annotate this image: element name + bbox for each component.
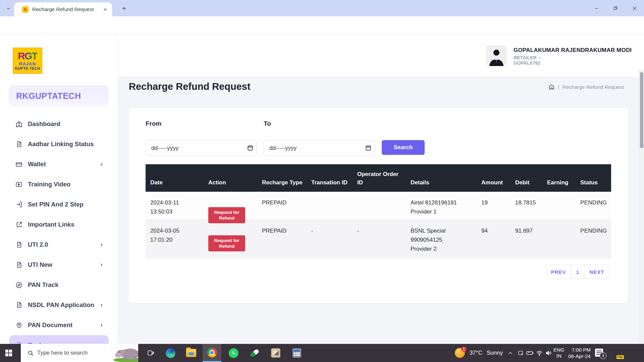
sidebar-item-important-links[interactable]: Important Links	[9, 215, 109, 235]
breadcrumb: / Recharge Refund Request	[548, 84, 624, 90]
copilot-pre-tag: PRE	[616, 355, 624, 359]
weather-temperature: 37°C	[470, 350, 482, 356]
refund-card: From To Search Date Action Recharge Type	[129, 108, 628, 303]
tray-device[interactable]	[516, 344, 525, 362]
pagination-prev-button[interactable]: PREV	[546, 265, 571, 279]
weather-condition: Sunny	[487, 350, 503, 356]
sidebar-item-training-video[interactable]: Training Video	[9, 174, 109, 194]
cell-action: Request for Refund	[203, 220, 257, 259]
tab-search-button[interactable]	[4, 4, 13, 13]
sidebar-item-label: Training Video	[28, 181, 70, 188]
sidebar-item-label: PAN Document	[28, 321, 72, 329]
windows-logo-icon	[5, 350, 12, 356]
weather-widget[interactable]: 1 37°C Sunny	[455, 344, 503, 362]
user-role-label: RETAILER	[514, 55, 537, 60]
sidebar-item-uti-2-0[interactable]: UTI 2.0	[9, 235, 109, 255]
language-bottom: IN	[556, 353, 561, 359]
sidebar-item-pan-document[interactable]: PAN Document	[9, 315, 109, 335]
pagination-next-button[interactable]: NEXT	[584, 265, 609, 279]
main-area: GOPALAKUMAR RAJENDRAKUMAR MODI RETAILER …	[118, 35, 644, 344]
wallet-card-icon	[15, 161, 23, 168]
chevron-down-icon	[6, 6, 11, 11]
sidebar-item-wallet[interactable]: Wallet	[9, 154, 109, 174]
start-button[interactable]	[0, 344, 17, 362]
location-pin-icon	[15, 321, 23, 329]
clock-date: 08-Apr-24	[568, 353, 591, 359]
clock[interactable]: 7:00 PM 08-Apr-24	[568, 344, 591, 362]
window-minimize-button[interactable]	[589, 0, 604, 16]
copilot-button[interactable]: PRE	[612, 344, 623, 362]
taskbar-search-input[interactable]	[37, 350, 94, 356]
taskbar-app-edge[interactable]	[161, 344, 180, 362]
breadcrumb-separator: /	[558, 84, 559, 90]
window-close-button[interactable]	[627, 0, 642, 16]
taskbar-app-pharmacy[interactable]	[245, 344, 264, 362]
tray-battery[interactable]	[525, 344, 534, 362]
request-refund-button[interactable]: Request for Refund	[208, 235, 245, 251]
weather-badge: 1	[461, 347, 467, 352]
taskbar-app-chrome-active[interactable]	[203, 344, 221, 362]
pagination-page-1[interactable]: 1	[571, 265, 584, 279]
column-header: Earning	[542, 164, 575, 192]
document-icon	[15, 261, 23, 269]
cell-amount: 94	[476, 220, 510, 259]
breadcrumb-home-icon[interactable]	[548, 84, 555, 90]
sidebar-item-label: UTI 2.0	[28, 241, 48, 248]
task-view-button[interactable]	[143, 344, 158, 362]
cell-recharge-type: PREPAID	[257, 220, 306, 259]
sidebar-item-label: Set PIN And 2 Step	[28, 201, 84, 208]
sidebar-item-label: Dashboard	[28, 120, 60, 128]
taskbar-app-whatsapp[interactable]	[224, 344, 243, 362]
tab-close-icon[interactable]	[102, 6, 108, 12]
search-highlight-image[interactable]	[103, 344, 138, 362]
capsule-icon	[250, 348, 260, 357]
sidebar-nav: Dashboard Aadhar Linking Status Wallet T…	[0, 114, 118, 355]
window-restore-button[interactable]	[608, 0, 623, 16]
new-tab-button[interactable]	[119, 4, 129, 13]
chevron-down-icon	[538, 56, 542, 60]
to-date-input[interactable]	[264, 140, 375, 156]
browser-tab-active[interactable]: G Recharge Refund Request	[14, 2, 112, 16]
taskbar-app-file-explorer[interactable]	[182, 344, 201, 362]
sidebar-item-pan-track[interactable]: PAN Track	[9, 275, 109, 295]
notification-center[interactable]: 3	[595, 344, 605, 362]
taskbar-app-calculator[interactable]	[287, 344, 306, 362]
sidebar-item-set-pin-and-2-step[interactable]: Set PIN And 2 Step	[9, 194, 109, 215]
weather-sun-icon: 1	[455, 348, 465, 358]
video-icon	[15, 181, 23, 188]
search-button[interactable]: Search	[382, 140, 425, 155]
from-date-input[interactable]	[146, 140, 257, 156]
external-link-icon	[15, 221, 23, 229]
wifi-icon	[535, 349, 544, 357]
scrollbar-thumb[interactable]	[640, 72, 643, 148]
tray-volume[interactable]	[544, 344, 553, 362]
table-row: 2024-03-05 17:01:20 Request for Refund P…	[146, 220, 611, 259]
page-scrollbar[interactable]	[639, 70, 644, 362]
taskbar-search-box[interactable]	[21, 344, 138, 362]
clock-time: 7:00 PM	[572, 347, 591, 353]
table-header-row: Date Action Recharge Type Transation ID …	[146, 164, 611, 192]
chevron-right-icon	[99, 303, 104, 308]
sidebar-item-label: Important Links	[28, 221, 74, 228]
brand-title: RKGUPTATECH	[9, 85, 109, 107]
calculator-icon	[292, 348, 301, 358]
column-header: Debit	[510, 164, 542, 192]
user-id: GOPAL6792	[514, 60, 540, 66]
language-indicator[interactable]: ENG IN	[553, 344, 565, 362]
refund-table: Date Action Recharge Type Transation ID …	[146, 164, 611, 259]
edge-icon	[166, 348, 175, 358]
device-icon	[516, 350, 525, 356]
sidebar-item-uti-new[interactable]: UTI New	[9, 255, 109, 275]
cell-earning	[542, 220, 575, 259]
tray-wifi[interactable]	[535, 344, 544, 362]
chevron-right-icon	[99, 242, 104, 247]
user-avatar[interactable]	[486, 45, 507, 66]
sidebar-item-aadhar-linking-status[interactable]: Aadhar Linking Status	[9, 134, 109, 154]
sidebar-item-label: NSDL PAN Application	[28, 301, 94, 309]
user-role[interactable]: RETAILER	[514, 55, 542, 60]
sidebar-item-nsdl-pan-application[interactable]: NSDL PAN Application	[9, 295, 109, 315]
taskbar-app-photos[interactable]	[266, 344, 285, 362]
tray-show-hidden[interactable]	[506, 344, 515, 362]
sidebar-item-dashboard[interactable]: Dashboard	[9, 114, 109, 134]
logo-name-bottom: GUPTA TECH	[15, 67, 40, 70]
